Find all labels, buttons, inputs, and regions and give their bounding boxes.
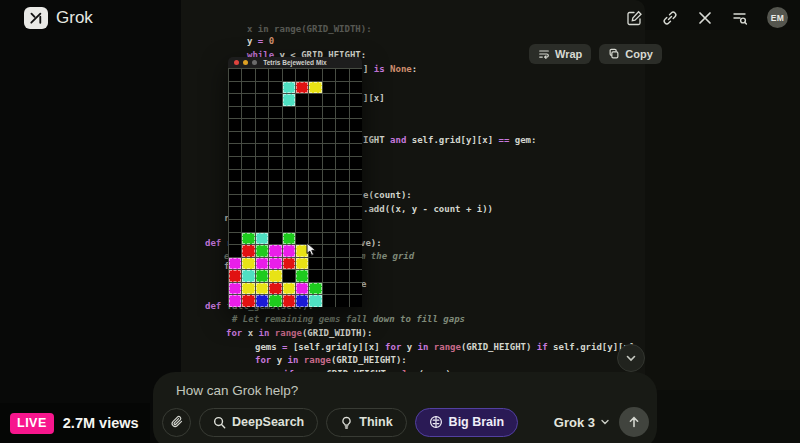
gem-cell[interactable] — [269, 283, 281, 295]
deepsearch-label: DeepSearch — [232, 415, 304, 429]
think-button[interactable]: Think — [326, 408, 406, 437]
gem-cell[interactable] — [283, 295, 295, 307]
code-toolbar: Wrap Copy — [529, 44, 662, 64]
code-line: ][x] — [363, 93, 385, 104]
gem-cell[interactable] — [283, 258, 295, 270]
brain-icon — [429, 415, 443, 429]
gem-cell[interactable] — [256, 233, 268, 245]
gem-cell[interactable] — [296, 295, 308, 307]
code-line: m the grid — [360, 251, 414, 262]
chevron-down-icon — [600, 417, 610, 427]
gem-cell[interactable] — [256, 245, 268, 257]
gem-cell[interactable] — [296, 82, 308, 94]
send-button[interactable] — [619, 407, 649, 437]
search-history-icon[interactable] — [732, 10, 748, 26]
chevron-down-icon — [625, 352, 637, 364]
page-background-right — [645, 30, 800, 390]
code-line: .add((x, y - count + i)) — [363, 204, 493, 215]
paperclip-icon — [170, 415, 184, 429]
gem-cell[interactable] — [242, 258, 254, 270]
gem-cell[interactable] — [296, 270, 308, 282]
gem-cell[interactable] — [283, 245, 295, 257]
code-line: IGHT and self.grid[y][x] == gem: — [363, 135, 536, 146]
window-title: Tetris Bejeweled Mix — [228, 59, 362, 66]
gem-cell[interactable] — [296, 283, 308, 295]
code-line: e(count): — [363, 190, 412, 201]
search-icon — [213, 416, 226, 429]
wrap-icon — [538, 48, 550, 60]
page-background-left — [0, 0, 181, 443]
gem-cell[interactable] — [269, 245, 281, 257]
share-link-icon[interactable] — [662, 10, 678, 26]
copy-label: Copy — [625, 48, 653, 60]
gem-cell[interactable] — [242, 233, 254, 245]
gem-cell[interactable] — [296, 258, 308, 270]
gem-cell[interactable] — [242, 283, 254, 295]
mouse-cursor-icon — [306, 242, 317, 257]
gem-cell[interactable] — [229, 258, 241, 270]
gem-cell[interactable] — [229, 283, 241, 295]
gem-cell[interactable] — [269, 258, 281, 270]
gem-cell[interactable] — [283, 233, 295, 245]
wrap-label: Wrap — [555, 48, 582, 60]
gem-cell[interactable] — [283, 94, 295, 106]
lightbulb-icon — [340, 416, 353, 429]
compose-icon[interactable] — [627, 10, 643, 26]
code-line: # Let remaining gems fall down to fill g… — [232, 314, 465, 325]
live-overlay: LIVE 2.7M views — [0, 403, 150, 443]
copy-icon — [608, 48, 620, 60]
scroll-to-bottom-button[interactable] — [617, 344, 645, 372]
wrap-button[interactable]: Wrap — [529, 44, 591, 64]
gem-cell[interactable] — [309, 295, 321, 307]
think-label: Think — [359, 415, 392, 429]
gem-cell[interactable] — [242, 245, 254, 257]
big-brain-button[interactable]: Big Brain — [415, 408, 519, 437]
composer[interactable]: How can Grok help? DeepSearch Think Big … — [153, 372, 657, 443]
arrow-up-icon — [627, 415, 641, 429]
gem-cell[interactable] — [283, 82, 295, 94]
gem-cell[interactable] — [283, 283, 295, 295]
avatar[interactable]: EM — [767, 7, 788, 28]
x-icon[interactable] — [697, 10, 713, 26]
gem-cell[interactable] — [269, 270, 281, 282]
big-brain-label: Big Brain — [449, 415, 505, 429]
app-title: Grok — [56, 8, 93, 28]
code-line: ve): — [360, 238, 382, 249]
deepsearch-button[interactable]: DeepSearch — [199, 408, 318, 437]
tetris-bejeweled-window[interactable]: Tetris Bejeweled Mix — [228, 57, 362, 307]
code-line: y = 0 — [247, 36, 274, 47]
gem-cell[interactable] — [309, 283, 321, 295]
gem-cell[interactable] — [309, 82, 321, 94]
window-titlebar[interactable]: Tetris Bejeweled Mix — [228, 57, 362, 68]
code-line: for y in range(GRID_HEIGHT): — [255, 355, 407, 366]
gem-cell[interactable] — [256, 283, 268, 295]
gem-cell[interactable] — [229, 295, 241, 307]
grok-logo-icon — [24, 7, 48, 29]
attach-button[interactable] — [162, 408, 191, 437]
gem-cell[interactable] — [256, 295, 268, 307]
live-badge: LIVE — [10, 413, 54, 434]
gem-cell[interactable] — [256, 258, 268, 270]
code-line: gems = [self.grid[y][x] for y in range(G… — [255, 342, 634, 353]
model-label: Grok 3 — [554, 415, 595, 430]
code-line: ] is None: — [363, 64, 417, 75]
app-header: Grok EM — [0, 0, 800, 36]
model-selector[interactable]: Grok 3 — [554, 415, 610, 430]
gem-cell[interactable] — [256, 270, 268, 282]
view-count: 2.7M views — [63, 415, 139, 431]
composer-input[interactable]: How can Grok help? — [176, 383, 298, 398]
gem-cell[interactable] — [242, 295, 254, 307]
copy-button[interactable]: Copy — [599, 44, 662, 64]
code-line: for x in range(GRID_WIDTH): — [226, 328, 372, 339]
game-grid[interactable] — [228, 68, 362, 307]
brand[interactable]: Grok — [24, 7, 93, 29]
gem-cell[interactable] — [269, 295, 281, 307]
gem-cell[interactable] — [229, 270, 241, 282]
gem-cell[interactable] — [242, 270, 254, 282]
